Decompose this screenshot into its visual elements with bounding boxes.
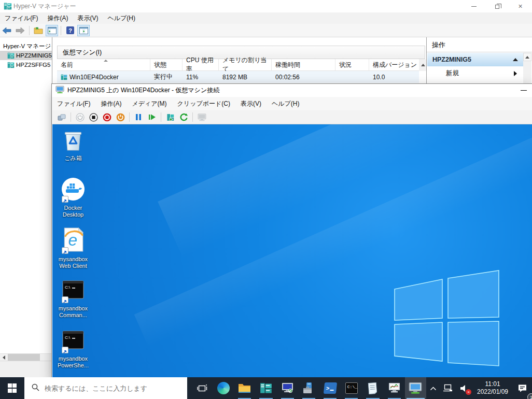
pause-icon bbox=[135, 113, 142, 121]
taskbar-file-explorer-button[interactable] bbox=[234, 377, 255, 399]
shortcut-arrow-icon bbox=[62, 296, 68, 303]
resume-button[interactable] bbox=[145, 111, 159, 123]
column-version[interactable]: 構成バージョン bbox=[369, 59, 419, 70]
vmconnect-titlebar: HPZ2MINIG5 上の Win10EP4Docker - 仮想マシン接続 bbox=[52, 84, 532, 97]
menu-view[interactable]: 表示(V) bbox=[235, 97, 267, 110]
taskbar-notepad-button[interactable] bbox=[362, 377, 383, 399]
notification-count-badge: 1 bbox=[527, 393, 532, 399]
column-cpu[interactable]: CPU 使用率 bbox=[183, 59, 219, 70]
ctrl-alt-del-button[interactable] bbox=[55, 111, 68, 123]
start-button[interactable] bbox=[0, 377, 24, 399]
action-item-new[interactable]: 新規 bbox=[427, 66, 523, 80]
action-center-button[interactable]: 1 bbox=[512, 377, 532, 399]
actions-scrollbar[interactable] bbox=[523, 53, 531, 84]
tree-item-hpz2sffg5[interactable]: HPZ2SFFG5 bbox=[0, 60, 52, 69]
clock[interactable]: 11:01 2022/01/09 bbox=[473, 377, 512, 399]
svg-text:?: ? bbox=[68, 27, 72, 34]
search-input[interactable] bbox=[45, 384, 174, 392]
menu-action[interactable]: 操作(A) bbox=[43, 12, 73, 24]
svg-text:C:\: C:\ bbox=[65, 335, 71, 340]
menu-view[interactable]: 表示(V) bbox=[73, 12, 103, 24]
back-button[interactable] bbox=[1, 25, 13, 36]
taskbar-edge-button[interactable] bbox=[213, 377, 234, 399]
taskbar-powershell-button[interactable]: > bbox=[319, 377, 341, 399]
vm-list-scroll-up-button[interactable] bbox=[419, 59, 427, 71]
restore-icon bbox=[495, 5, 499, 9]
taskbar-performance-monitor-button[interactable] bbox=[384, 377, 405, 399]
taskbar-hyperv-manager-button[interactable] bbox=[255, 377, 276, 399]
divider bbox=[427, 52, 532, 52]
taskbar-vmconnect-button[interactable] bbox=[405, 377, 426, 399]
desktop-icon-mysandbox-web-client[interactable]: e mysandbox Web Client bbox=[56, 227, 90, 269]
enhanced-session-button[interactable] bbox=[195, 111, 208, 123]
tree-root-hyperv-manager[interactable]: Hyper-V マネージャー bbox=[0, 41, 52, 51]
revert-icon bbox=[179, 113, 188, 121]
hyperv-app-icon bbox=[4, 2, 12, 12]
back-icon bbox=[2, 27, 11, 34]
pause-button[interactable] bbox=[132, 111, 145, 123]
tree-horizontal-scrollbar[interactable] bbox=[0, 353, 52, 361]
vm-memory-cell: 8192 MB bbox=[219, 71, 272, 83]
menu-help[interactable]: ヘルプ(H) bbox=[103, 12, 140, 24]
minimize-button[interactable] bbox=[462, 0, 485, 12]
hyperv-menubar: ファイル(F) 操作(A) 表示(V) ヘルプ(H) bbox=[0, 12, 532, 24]
desktop-icon-docker-desktop[interactable]: Docker Desktop bbox=[56, 177, 90, 218]
column-uptime[interactable]: 稼働時間 bbox=[272, 59, 335, 70]
scrollbar-thumb[interactable] bbox=[8, 354, 40, 361]
menu-action[interactable]: 操作(A) bbox=[95, 97, 127, 110]
start-button[interactable] bbox=[73, 111, 87, 123]
desktop-icon-label: ごみ箱 bbox=[56, 155, 90, 162]
action-pane-toggle-button[interactable] bbox=[77, 25, 90, 36]
actions-section-hpz2minig5[interactable]: HPZ2MINIG5 bbox=[427, 53, 523, 66]
menu-help[interactable]: ヘルプ(H) bbox=[267, 97, 305, 110]
taskbar-search[interactable] bbox=[24, 377, 187, 399]
task-view-button[interactable] bbox=[191, 377, 213, 399]
vm-icon bbox=[61, 74, 67, 80]
volume-tray-button[interactable]: × bbox=[455, 377, 473, 399]
column-status[interactable]: 状況 bbox=[335, 59, 369, 70]
export-folder-button[interactable] bbox=[32, 25, 45, 36]
turn-off-button[interactable] bbox=[100, 111, 114, 123]
close-button[interactable]: × bbox=[509, 0, 532, 12]
scroll-left-button[interactable] bbox=[0, 354, 7, 361]
help-button[interactable]: ? bbox=[64, 25, 76, 36]
desktop-icon-recycle-bin[interactable]: ごみ箱 bbox=[56, 129, 90, 162]
toolbar-separator bbox=[29, 26, 30, 35]
vm-table-row[interactable]: Win10EP4Docker 実行中 11% 8192 MB 00:02:56 … bbox=[57, 71, 419, 83]
actions-title: 操作 bbox=[432, 40, 445, 50]
column-memory[interactable]: メモリの割り当て bbox=[219, 59, 272, 70]
desktop-icon-mysandbox-powershell[interactable]: C:\ mysandbox PowerShe... bbox=[56, 329, 90, 369]
performance-monitor-icon bbox=[388, 382, 401, 394]
revert-button[interactable] bbox=[177, 111, 190, 123]
hyperv-toolbar: ? bbox=[0, 24, 532, 37]
taskbar-cmd-button[interactable]: C:\_ bbox=[341, 377, 362, 399]
restore-button[interactable] bbox=[485, 0, 509, 12]
taskbar-remote-desktop-button[interactable] bbox=[277, 377, 298, 399]
taskbar-server-manager-button[interactable] bbox=[298, 377, 319, 399]
desktop-icon-mysandbox-command[interactable]: C:\ mysandbox Comman... bbox=[56, 279, 90, 319]
console-tree-toggle-button[interactable] bbox=[46, 25, 58, 36]
vm-cpu-cell: 11% bbox=[183, 71, 219, 83]
tree-item-hpz2minig5[interactable]: HPZ2MINIG5 bbox=[0, 51, 52, 60]
vmconnect-minimize-button[interactable] bbox=[515, 84, 532, 97]
console-tree-pane: Hyper-V マネージャー HPZ2MINIG5 HPZ2SFFG5 bbox=[0, 37, 52, 377]
scroll-up-button[interactable] bbox=[523, 53, 531, 61]
ctrl-alt-del-icon bbox=[58, 114, 66, 121]
network-tray-button[interactable] bbox=[440, 377, 455, 399]
shutdown-button[interactable] bbox=[114, 111, 127, 123]
column-state[interactable]: 状態 bbox=[150, 59, 183, 70]
menu-file[interactable]: ファイル(F) bbox=[0, 12, 43, 24]
menu-file[interactable]: ファイル(F) bbox=[52, 97, 95, 110]
stop-button[interactable] bbox=[87, 111, 100, 123]
hidden-icons-button[interactable] bbox=[426, 377, 440, 399]
column-name[interactable]: 名前 bbox=[57, 59, 150, 70]
notification-icon bbox=[517, 384, 527, 393]
menu-media[interactable]: メディア(M) bbox=[127, 97, 172, 110]
checkpoint-button[interactable] bbox=[163, 111, 177, 123]
scroll-left-icon bbox=[3, 355, 5, 360]
toolbar-separator bbox=[129, 112, 130, 122]
menu-clipboard[interactable]: クリップボード(C) bbox=[172, 97, 235, 110]
hidden-icons-chevron bbox=[430, 386, 437, 391]
forward-button[interactable] bbox=[14, 25, 26, 36]
minimize-icon bbox=[521, 90, 527, 91]
